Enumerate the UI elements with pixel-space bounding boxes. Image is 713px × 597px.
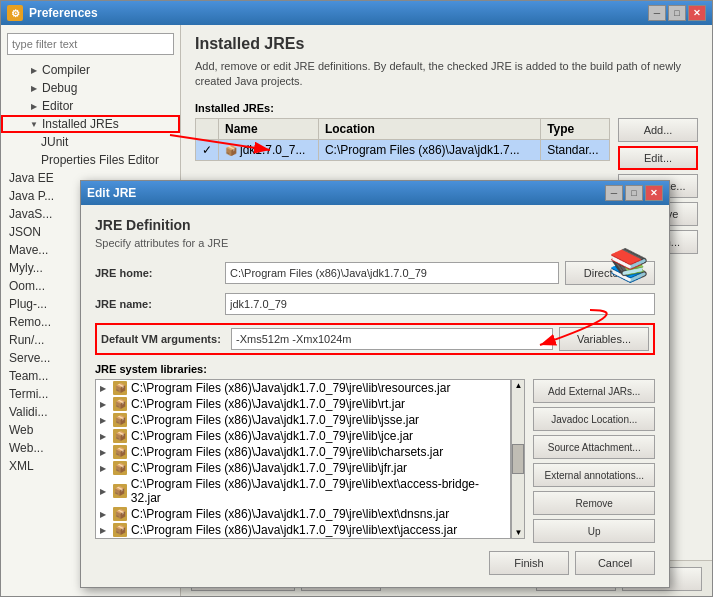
lib-item[interactable]: ▶ 📦 C:\Program Files (x86)\Java\jdk1.7.0… — [96, 396, 510, 412]
title-bar: ⚙ Preferences ─ □ ✕ — [1, 1, 712, 25]
sidebar-item-debug[interactable]: ▶ Debug — [1, 79, 180, 97]
sidebar-item-compiler[interactable]: ▶ Compiler — [1, 61, 180, 79]
external-annotations-button[interactable]: External annotations... — [533, 463, 655, 487]
jre-icon: 📚 — [605, 241, 653, 289]
jre-home-input[interactable] — [225, 262, 559, 284]
col-header-location: Location — [318, 118, 540, 139]
source-attachment-button[interactable]: Source Attachment... — [533, 435, 655, 459]
jre-home-label: JRE home: — [95, 267, 225, 279]
jar-icon: 📦 — [113, 397, 127, 411]
window-icon: ⚙ — [7, 5, 23, 21]
jre-name-input[interactable] — [225, 293, 655, 315]
lib-item[interactable]: ▶ 📦 C:\Program Files (x86)\Java\jdk1.7.0… — [96, 522, 510, 538]
default-vm-input[interactable] — [231, 328, 553, 350]
expand-arrow: ▶ — [100, 416, 110, 425]
close-button[interactable]: ✕ — [688, 5, 706, 21]
libraries-label: JRE system libraries: — [95, 363, 655, 375]
maximize-button[interactable]: □ — [668, 5, 686, 21]
expand-arrow: ▼ — [29, 119, 39, 129]
sidebar-item-properties-files-editor[interactable]: Properties Files Editor — [1, 151, 180, 169]
lib-up-button[interactable]: Up — [533, 519, 655, 543]
lib-path: C:\Program Files (x86)\Java\jdk1.7.0_79\… — [131, 413, 419, 427]
lib-path: C:\Program Files (x86)\Java\jdk1.7.0_79\… — [131, 445, 443, 459]
libraries-section: JRE system libraries: ▶ 📦 C:\Program Fil… — [95, 363, 655, 543]
title-bar-controls: ─ □ ✕ — [648, 5, 706, 21]
sidebar-item-editor[interactable]: ▶ Editor — [1, 97, 180, 115]
lib-remove-button[interactable]: Remove — [533, 491, 655, 515]
jar-icon: 📦 — [113, 413, 127, 427]
add-external-jars-button[interactable]: Add External JARs... — [533, 379, 655, 403]
lib-path: C:\Program Files (x86)\Java\jdk1.7.0_79\… — [131, 397, 405, 411]
col-header-check — [196, 118, 219, 139]
search-input[interactable] — [7, 33, 174, 55]
edit-button[interactable]: Edit... — [618, 146, 698, 170]
libraries-container: ▶ 📦 C:\Program Files (x86)\Java\jdk1.7.0… — [95, 379, 655, 543]
page-title: Installed JREs — [195, 35, 698, 53]
expand-arrow: ▶ — [100, 448, 110, 457]
sidebar-item-installed-jres[interactable]: ▼ Installed JREs — [1, 115, 180, 133]
col-header-type: Type — [541, 118, 610, 139]
expand-arrow: ▶ — [29, 83, 39, 93]
jre-table: Name Location Type ✓ 📦 — [195, 118, 610, 162]
sidebar-item-junit[interactable]: JUnit — [1, 133, 180, 151]
scrollbar[interactable]: ▲ ▼ — [511, 379, 525, 539]
dialog-title: Edit JRE — [87, 186, 136, 200]
dialog-body: 📚 JRE Definition Specify attributes for … — [81, 205, 669, 587]
jar-icon: 📦 — [113, 461, 127, 475]
libraries-list: ▶ 📦 C:\Program Files (x86)\Java\jdk1.7.0… — [95, 379, 511, 539]
dialog-close[interactable]: ✕ — [645, 185, 663, 201]
dialog-section-title: JRE Definition — [95, 217, 655, 233]
dialog-maximize[interactable]: □ — [625, 185, 643, 201]
minimize-button[interactable]: ─ — [648, 5, 666, 21]
expand-arrow: ▶ — [100, 400, 110, 409]
window-title: Preferences — [29, 6, 98, 20]
variables-button[interactable]: Variables... — [559, 327, 649, 351]
dialog-title-bar: Edit JRE ─ □ ✕ — [81, 181, 669, 205]
col-header-name: Name — [219, 118, 319, 139]
javadoc-location-button[interactable]: Javadoc Location... — [533, 407, 655, 431]
lib-item[interactable]: ▶ 📦 C:\Program Files (x86)\Java\jdk1.7.0… — [96, 506, 510, 522]
jre-checkbox[interactable]: ✓ — [196, 139, 219, 161]
jre-type: Standar... — [541, 139, 610, 161]
lib-item[interactable]: ▶ 📦 C:\Program Files (x86)\Java\jdk1.7.0… — [96, 444, 510, 460]
finish-button[interactable]: Finish — [489, 551, 569, 575]
add-button[interactable]: Add... — [618, 118, 698, 142]
lib-item[interactable]: ▶ 📦 C:\Program Files (x86)\Java\jdk1.7.0… — [96, 380, 510, 396]
page-description: Add, remove or edit JRE definitions. By … — [195, 59, 698, 90]
dialog-minimize[interactable]: ─ — [605, 185, 623, 201]
expand-arrow: ▶ — [100, 487, 110, 496]
lib-path: C:\Program Files (x86)\Java\jdk1.7.0_79\… — [131, 429, 413, 443]
expand-arrow: ▶ — [100, 526, 110, 535]
default-vm-row: Default VM arguments: Variables... — [95, 323, 655, 355]
jar-icon: 📦 — [113, 507, 127, 521]
jre-name: 📦 jdk1.7.0_7... — [219, 139, 319, 161]
lib-item[interactable]: ▶ 📦 C:\Program Files (x86)\Java\jdk1.7.0… — [96, 538, 510, 539]
lib-item[interactable]: ▶ 📦 C:\Program Files (x86)\Java\jdk1.7.0… — [96, 412, 510, 428]
expand-arrow: ▶ — [100, 432, 110, 441]
section-label: Installed JREs: — [195, 102, 610, 114]
dialog-cancel-button[interactable]: Cancel — [575, 551, 655, 575]
jre-name-label: JRE name: — [95, 298, 225, 310]
lib-path: C:\Program Files (x86)\Java\jdk1.7.0_79\… — [131, 507, 449, 521]
lib-path: C:\Program Files (x86)\Java\jdk1.7.0_79\… — [131, 381, 450, 395]
expand-arrow: ▶ — [29, 65, 39, 75]
default-vm-label: Default VM arguments: — [101, 333, 231, 345]
dialog-section-desc: Specify attributes for a JRE — [95, 237, 655, 249]
jre-name-row: JRE name: — [95, 293, 655, 315]
lib-item[interactable]: ▶ 📦 C:\Program Files (x86)\Java\jdk1.7.0… — [96, 428, 510, 444]
expand-arrow: ▶ — [100, 510, 110, 519]
lib-path: C:\Program Files (x86)\Java\jdk1.7.0_79\… — [131, 461, 407, 475]
jar-icon: 📦 — [113, 445, 127, 459]
jar-icon: 📦 — [113, 429, 127, 443]
jar-icon: 📦 — [113, 523, 127, 537]
lib-item[interactable]: ▶ 📦 C:\Program Files (x86)\Java\jdk1.7.0… — [96, 476, 510, 506]
lib-path: C:\Program Files (x86)\Java\jdk1.7.0_79\… — [131, 477, 507, 505]
expand-arrow: ▶ — [100, 464, 110, 473]
jar-icon: 📦 — [113, 484, 127, 498]
lib-item[interactable]: ▶ 📦 C:\Program Files (x86)\Java\jdk1.7.0… — [96, 460, 510, 476]
lib-path: C:\Program Files (x86)\Java\jdk1.7.0_79\… — [131, 523, 457, 537]
table-row[interactable]: ✓ 📦 jdk1.7.0_7... C:\Program Files (x86)… — [196, 139, 610, 161]
lib-buttons: Add External JARs... Javadoc Location...… — [533, 379, 655, 543]
expand-arrow: ▶ — [100, 384, 110, 393]
jar-icon: 📦 — [113, 381, 127, 395]
